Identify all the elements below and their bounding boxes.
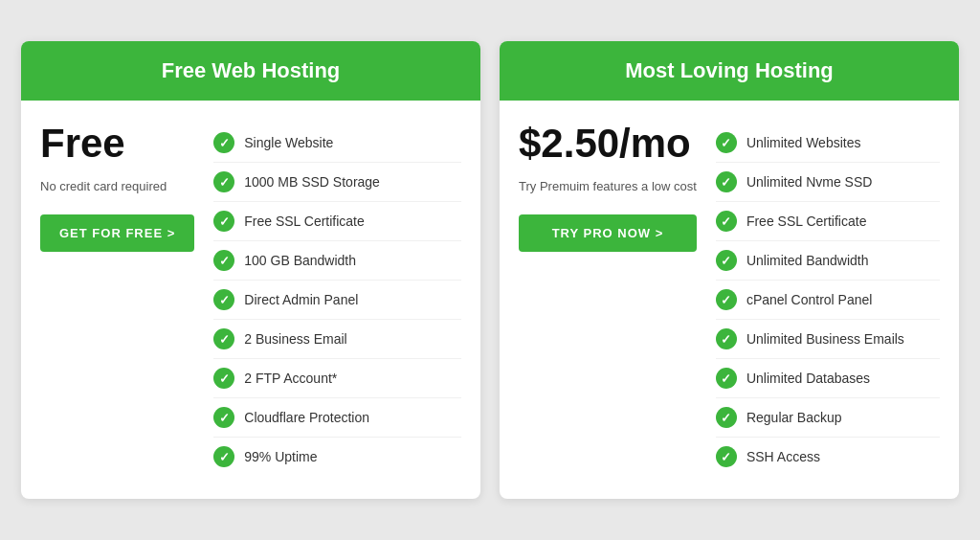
check-icon: ✓ <box>213 250 234 271</box>
feature-label: Single Website <box>244 135 333 150</box>
check-icon: ✓ <box>213 171 234 192</box>
list-item: ✓100 GB Bandwidth <box>213 241 461 281</box>
list-item: ✓Free SSL Certificate <box>716 202 940 241</box>
card-free-features-list: ✓Single Website✓1000 MB SSD Storage✓Free… <box>213 124 461 476</box>
feature-label: cPanel Control Panel <box>746 292 873 307</box>
feature-label: Free SSL Certificate <box>244 214 365 229</box>
feature-label: 2 Business Email <box>244 331 346 347</box>
feature-label: 1000 MB SSD Storage <box>244 174 380 190</box>
feature-label: Unlimited Business Emails <box>746 331 904 347</box>
check-icon: ✓ <box>213 446 234 467</box>
card-pro-price: $2.50/mo <box>519 124 697 164</box>
feature-label: SSH Access <box>746 449 820 464</box>
check-icon: ✓ <box>716 132 737 153</box>
list-item: ✓Unlimited Nvme SSD <box>716 163 940 202</box>
card-pro-left: $2.50/moTry Premuim features a low costT… <box>519 124 697 476</box>
card-pro-body: $2.50/moTry Premuim features a low costT… <box>500 101 959 499</box>
check-icon: ✓ <box>716 289 737 310</box>
card-free: Free Web HostingFreeNo credit card requi… <box>21 41 480 499</box>
check-icon: ✓ <box>716 250 737 271</box>
card-pro-header: Most Loving Hosting <box>500 41 959 101</box>
check-icon: ✓ <box>716 171 737 192</box>
feature-label: Unlimited Bandwidth <box>746 253 869 268</box>
check-icon: ✓ <box>716 368 737 389</box>
feature-label: Unlimited Databases <box>746 371 870 386</box>
list-item: ✓SSH Access <box>716 438 940 476</box>
card-free-body: FreeNo credit card requiredGET FOR FREE … <box>21 101 480 499</box>
list-item: ✓Regular Backup <box>716 398 940 438</box>
list-item: ✓Unlimited Databases <box>716 359 940 398</box>
list-item: ✓Unlimited Websites <box>716 124 940 163</box>
list-item: ✓Cloudflare Protection <box>213 398 461 438</box>
card-free-header: Free Web Hosting <box>21 41 480 101</box>
card-free-cta-button[interactable]: GET FOR FREE > <box>40 214 194 252</box>
feature-label: 100 GB Bandwidth <box>244 253 356 268</box>
list-item: ✓Unlimited Business Emails <box>716 320 940 359</box>
list-item: ✓Unlimited Bandwidth <box>716 241 940 281</box>
list-item: ✓2 Business Email <box>213 320 461 359</box>
check-icon: ✓ <box>213 368 234 389</box>
card-pro: Most Loving Hosting$2.50/moTry Premuim f… <box>500 41 959 499</box>
card-free-price: Free <box>40 124 194 164</box>
card-pro-price-sub: Try Premuim features a low cost <box>519 179 697 193</box>
list-item: ✓2 FTP Account* <box>213 359 461 398</box>
card-free-left: FreeNo credit card requiredGET FOR FREE … <box>40 124 194 476</box>
check-icon: ✓ <box>213 289 234 310</box>
feature-label: Cloudflare Protection <box>244 410 369 425</box>
card-pro-title: Most Loving Hosting <box>519 58 940 83</box>
check-icon: ✓ <box>213 132 234 153</box>
check-icon: ✓ <box>716 407 737 428</box>
feature-label: Regular Backup <box>746 410 842 425</box>
list-item: ✓99% Uptime <box>213 438 461 476</box>
check-icon: ✓ <box>716 328 737 349</box>
feature-label: Direct Admin Panel <box>244 292 358 307</box>
card-free-price-sub: No credit card required <box>40 179 194 193</box>
feature-label: Unlimited Websites <box>746 135 861 150</box>
feature-label: 99% Uptime <box>244 449 317 464</box>
check-icon: ✓ <box>716 446 737 467</box>
check-icon: ✓ <box>716 211 737 232</box>
feature-label: 2 FTP Account* <box>244 371 337 386</box>
card-free-title: Free Web Hosting <box>40 58 461 83</box>
check-icon: ✓ <box>213 328 234 349</box>
card-pro-cta-button[interactable]: TRY PRO NOW > <box>519 214 697 252</box>
list-item: ✓1000 MB SSD Storage <box>213 163 461 202</box>
check-icon: ✓ <box>213 211 234 232</box>
list-item: ✓Free SSL Certificate <box>213 202 461 241</box>
list-item: ✓Direct Admin Panel <box>213 281 461 320</box>
feature-label: Unlimited Nvme SSD <box>746 174 872 190</box>
card-pro-features-list: ✓Unlimited Websites✓Unlimited Nvme SSD✓F… <box>716 124 940 476</box>
feature-label: Free SSL Certificate <box>746 214 867 229</box>
list-item: ✓cPanel Control Panel <box>716 281 940 320</box>
check-icon: ✓ <box>213 407 234 428</box>
pricing-cards: Free Web HostingFreeNo credit card requi… <box>21 41 959 499</box>
list-item: ✓Single Website <box>213 124 461 163</box>
